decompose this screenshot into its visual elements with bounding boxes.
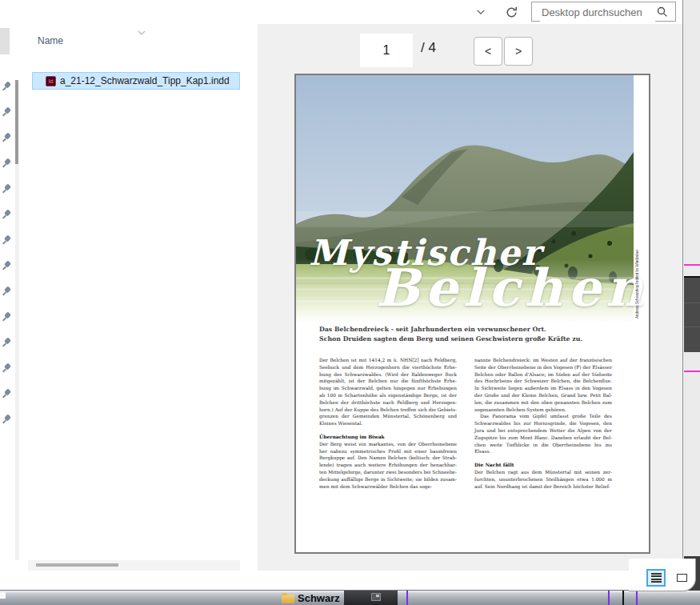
app-icon	[371, 593, 381, 601]
paragraph: Der Berg weist ein markantes, von der Ob…	[319, 441, 457, 491]
pin-icon	[2, 210, 12, 219]
search-icon[interactable]	[656, 6, 669, 18]
next-page-button[interactable]: >	[504, 37, 533, 66]
pin-icon	[2, 261, 12, 270]
taskbar-pressed-button[interactable]	[344, 591, 398, 605]
list-view-button[interactable]	[646, 569, 666, 587]
list-view-icon	[651, 573, 662, 583]
paragraph: Der Belchen ist mit 1414,2 m ü. NHN[2] n…	[319, 357, 457, 427]
column-header-name[interactable]: Name	[38, 35, 63, 46]
nav-scrollbar-track[interactable]	[15, 164, 19, 560]
document-page: Mystischer Belchen Andreas Schwarzkopf/e…	[294, 74, 650, 554]
taskbar-separator	[622, 591, 624, 605]
previous-page-button[interactable]: <	[474, 37, 502, 66]
thumbnail-view-icon	[677, 574, 687, 582]
nav-pane-fragment	[0, 28, 10, 54]
horizontal-scrollbar[interactable]	[28, 560, 240, 571]
taskbar-task-button[interactable]: Schwarz	[282, 591, 340, 605]
pin-icon	[2, 363, 12, 373]
standfirst-line2: Schon Druiden sagten dem Berg und seinen…	[319, 335, 615, 344]
pin-icon	[2, 312, 12, 322]
article-title-word2: Belchen	[376, 262, 649, 314]
search-box[interactable]	[531, 2, 676, 22]
page-number-input[interactable]	[360, 34, 413, 67]
chevron-down-icon	[475, 6, 486, 18]
file-name: a_21-12_Schwarzwald_Tipp_Kap1.indd	[60, 75, 230, 86]
toolbar	[0, 0, 682, 24]
taskbar-separator	[608, 591, 610, 605]
explorer-window: Name Id a_21-12_Schwarzwald_Tipp_Kap1.in…	[0, 0, 682, 590]
pin-icon	[2, 82, 12, 91]
nav-scrollbar-thumb[interactable]	[15, 80, 18, 164]
preview-pane: / 4 < >	[258, 24, 682, 571]
paragraph: Das Panorama vom Gipfel umfasst große Te…	[474, 413, 612, 455]
refresh-icon	[505, 6, 518, 19]
pin-icon	[2, 133, 12, 142]
page-total-label: / 4	[421, 40, 436, 56]
view-toggle-panel	[629, 559, 696, 591]
horizontal-scrollbar-thumb[interactable]	[36, 563, 118, 567]
paragraph: nannte Belchendreieck: im Westen auf der…	[474, 357, 612, 413]
dropdown-button[interactable]	[472, 3, 490, 21]
background-window-strip	[682, 0, 700, 590]
paragraph: Der Belchen ragt aus dem Münstertal mit …	[474, 469, 612, 490]
pin-icon	[2, 338, 12, 347]
dark-panel	[684, 278, 700, 352]
subheading: Übernachtung im Biwak	[319, 434, 457, 441]
thumbnail-view-button[interactable]	[672, 569, 691, 587]
taskbar-separator	[406, 591, 408, 605]
refresh-button[interactable]	[502, 3, 520, 21]
pin-icon	[2, 286, 12, 296]
folder-icon	[282, 595, 294, 603]
file-row-selected[interactable]: Id a_21-12_Schwarzwald_Tipp_Kap1.indd	[32, 72, 240, 90]
subheading: Die Nacht fällt	[474, 462, 612, 469]
search-input[interactable]	[540, 3, 655, 22]
taskbar: Schwarz	[0, 590, 700, 605]
body-column-2: nannte Belchendreieck: im Westen auf der…	[474, 357, 612, 490]
pin-icon	[2, 235, 12, 245]
taskbar-fragment	[0, 592, 6, 599]
sort-chevron-icon	[138, 30, 146, 35]
indesign-file-icon: Id	[46, 76, 56, 86]
magenta-guide-line	[684, 264, 700, 266]
body-column-1: Der Belchen ist mit 1414,2 m ü. NHN[2] n…	[319, 357, 457, 490]
standfirst-line1: Das Belchendreieck - seit Jahrhunderten …	[319, 325, 615, 335]
pin-icon	[2, 158, 12, 168]
pin-icon	[2, 107, 12, 117]
standfirst: Das Belchendreieck - seit Jahrhunderten …	[319, 325, 615, 343]
taskbar-separator	[636, 591, 638, 605]
photo-credit: Andreas Schwarzkopf/edited by Wladyslaw	[635, 234, 639, 319]
pin-icon	[2, 184, 12, 194]
pin-icon	[2, 415, 12, 424]
pin-icon	[2, 389, 12, 399]
body-columns: Der Belchen ist mit 1414,2 m ü. NHN[2] n…	[319, 357, 612, 490]
magenta-guide-line	[684, 371, 700, 372]
task-label: Schwarz	[298, 592, 340, 604]
